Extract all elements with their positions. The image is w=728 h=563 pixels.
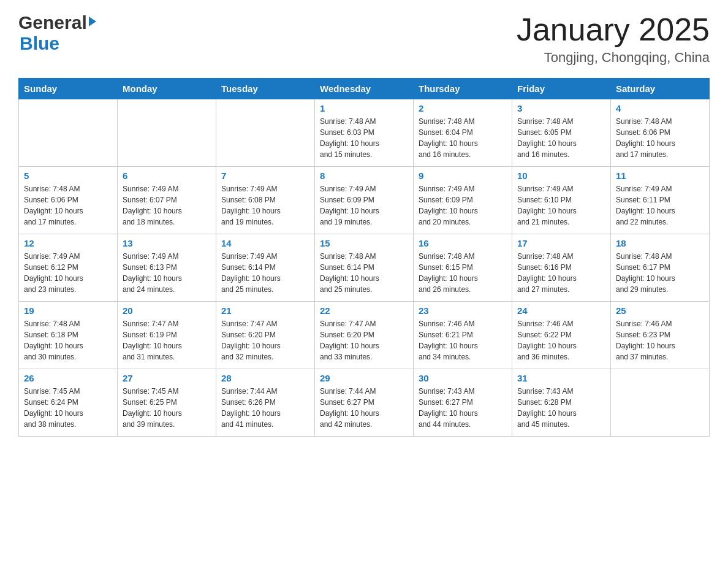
calendar-cell: 12Sunrise: 7:49 AM Sunset: 6:12 PM Dayli… [19, 234, 118, 302]
calendar-cell: 15Sunrise: 7:48 AM Sunset: 6:14 PM Dayli… [315, 234, 414, 302]
calendar-cell: 1Sunrise: 7:48 AM Sunset: 6:03 PM Daylig… [315, 99, 414, 167]
calendar-cell: 6Sunrise: 7:49 AM Sunset: 6:07 PM Daylig… [118, 167, 216, 234]
day-info: Sunrise: 7:48 AM Sunset: 6:06 PM Dayligh… [24, 183, 112, 228]
calendar-cell: 25Sunrise: 7:46 AM Sunset: 6:23 PM Dayli… [611, 302, 710, 369]
day-info: Sunrise: 7:48 AM Sunset: 6:03 PM Dayligh… [320, 116, 408, 160]
day-number: 3 [517, 103, 605, 113]
day-info: Sunrise: 7:47 AM Sunset: 6:20 PM Dayligh… [320, 318, 408, 362]
day-info: Sunrise: 7:49 AM Sunset: 6:09 PM Dayligh… [320, 183, 408, 228]
calendar-cell: 31Sunrise: 7:43 AM Sunset: 6:28 PM Dayli… [512, 369, 611, 437]
logo-blue-text: Blue [20, 33, 59, 53]
calendar-cell: 10Sunrise: 7:49 AM Sunset: 6:10 PM Dayli… [512, 167, 611, 234]
day-number: 26 [24, 373, 112, 383]
day-info: Sunrise: 7:47 AM Sunset: 6:19 PM Dayligh… [123, 318, 211, 362]
calendar-cell: 7Sunrise: 7:49 AM Sunset: 6:08 PM Daylig… [216, 167, 315, 234]
calendar-week-row: 19Sunrise: 7:48 AM Sunset: 6:18 PM Dayli… [19, 302, 710, 369]
calendar-cell: 3Sunrise: 7:48 AM Sunset: 6:05 PM Daylig… [512, 99, 611, 167]
day-info: Sunrise: 7:45 AM Sunset: 6:24 PM Dayligh… [24, 386, 112, 430]
day-info: Sunrise: 7:49 AM Sunset: 6:07 PM Dayligh… [123, 183, 211, 228]
page-header: General Blue January 2025 Tongjing, Chon… [18, 12, 710, 66]
day-info: Sunrise: 7:43 AM Sunset: 6:28 PM Dayligh… [517, 386, 605, 430]
calendar-cell [611, 369, 710, 437]
day-number: 29 [320, 373, 408, 383]
day-number: 1 [320, 103, 408, 113]
day-number: 21 [221, 305, 309, 316]
calendar-cell: 22Sunrise: 7:47 AM Sunset: 6:20 PM Dayli… [315, 302, 414, 369]
day-number: 16 [419, 238, 507, 248]
day-info: Sunrise: 7:48 AM Sunset: 6:04 PM Dayligh… [419, 116, 507, 160]
calendar-cell [19, 99, 118, 167]
day-number: 12 [24, 238, 112, 248]
location-text: Tongjing, Chongqing, China [517, 50, 710, 66]
calendar-cell: 24Sunrise: 7:46 AM Sunset: 6:22 PM Dayli… [512, 302, 611, 369]
day-info: Sunrise: 7:49 AM Sunset: 6:14 PM Dayligh… [221, 251, 309, 295]
day-number: 31 [517, 373, 605, 383]
day-info: Sunrise: 7:46 AM Sunset: 6:21 PM Dayligh… [419, 318, 507, 362]
day-info: Sunrise: 7:48 AM Sunset: 6:18 PM Dayligh… [24, 318, 112, 362]
weekday-header-wednesday: Wednesday [315, 79, 414, 99]
day-number: 10 [517, 170, 605, 181]
day-number: 14 [221, 238, 309, 248]
day-number: 4 [616, 103, 704, 113]
day-number: 13 [123, 238, 211, 248]
calendar-cell: 2Sunrise: 7:48 AM Sunset: 6:04 PM Daylig… [414, 99, 512, 167]
weekday-row: SundayMondayTuesdayWednesdayThursdayFrid… [19, 79, 710, 99]
day-number: 25 [616, 305, 704, 316]
day-info: Sunrise: 7:43 AM Sunset: 6:27 PM Dayligh… [419, 386, 507, 430]
day-number: 17 [517, 238, 605, 248]
calendar-cell: 30Sunrise: 7:43 AM Sunset: 6:27 PM Dayli… [414, 369, 512, 437]
calendar-header: SundayMondayTuesdayWednesdayThursdayFrid… [19, 79, 710, 99]
day-info: Sunrise: 7:48 AM Sunset: 6:06 PM Dayligh… [616, 116, 704, 160]
day-number: 15 [320, 238, 408, 248]
weekday-header-monday: Monday [118, 79, 216, 99]
day-info: Sunrise: 7:47 AM Sunset: 6:20 PM Dayligh… [221, 318, 309, 362]
calendar-cell: 9Sunrise: 7:49 AM Sunset: 6:09 PM Daylig… [414, 167, 512, 234]
day-number: 18 [616, 238, 704, 248]
calendar-cell: 21Sunrise: 7:47 AM Sunset: 6:20 PM Dayli… [216, 302, 315, 369]
calendar-cell: 14Sunrise: 7:49 AM Sunset: 6:14 PM Dayli… [216, 234, 315, 302]
logo: General Blue [18, 12, 96, 54]
weekday-header-saturday: Saturday [611, 79, 710, 99]
day-info: Sunrise: 7:49 AM Sunset: 6:10 PM Dayligh… [517, 183, 605, 228]
day-number: 7 [221, 170, 309, 181]
day-number: 9 [419, 170, 507, 181]
day-info: Sunrise: 7:46 AM Sunset: 6:22 PM Dayligh… [517, 318, 605, 362]
calendar-cell: 18Sunrise: 7:48 AM Sunset: 6:17 PM Dayli… [611, 234, 710, 302]
day-info: Sunrise: 7:46 AM Sunset: 6:23 PM Dayligh… [616, 318, 704, 362]
day-number: 20 [123, 305, 211, 316]
calendar-cell: 27Sunrise: 7:45 AM Sunset: 6:25 PM Dayli… [118, 369, 216, 437]
day-info: Sunrise: 7:48 AM Sunset: 6:05 PM Dayligh… [517, 116, 605, 160]
day-info: Sunrise: 7:49 AM Sunset: 6:11 PM Dayligh… [616, 183, 704, 228]
calendar-cell: 17Sunrise: 7:48 AM Sunset: 6:16 PM Dayli… [512, 234, 611, 302]
weekday-header-thursday: Thursday [414, 79, 512, 99]
day-info: Sunrise: 7:49 AM Sunset: 6:08 PM Dayligh… [221, 183, 309, 228]
day-number: 24 [517, 305, 605, 316]
day-info: Sunrise: 7:44 AM Sunset: 6:26 PM Dayligh… [221, 386, 309, 430]
day-number: 22 [320, 305, 408, 316]
day-number: 11 [616, 170, 704, 181]
weekday-header-sunday: Sunday [19, 79, 118, 99]
title-block: January 2025 Tongjing, Chongqing, China [517, 12, 710, 66]
day-number: 6 [123, 170, 211, 181]
day-info: Sunrise: 7:48 AM Sunset: 6:16 PM Dayligh… [517, 251, 605, 295]
day-number: 28 [221, 373, 309, 383]
calendar-cell: 26Sunrise: 7:45 AM Sunset: 6:24 PM Dayli… [19, 369, 118, 437]
day-info: Sunrise: 7:45 AM Sunset: 6:25 PM Dayligh… [123, 386, 211, 430]
day-info: Sunrise: 7:48 AM Sunset: 6:14 PM Dayligh… [320, 251, 408, 295]
calendar-week-row: 1Sunrise: 7:48 AM Sunset: 6:03 PM Daylig… [19, 99, 710, 167]
calendar-cell: 28Sunrise: 7:44 AM Sunset: 6:26 PM Dayli… [216, 369, 315, 437]
day-info: Sunrise: 7:48 AM Sunset: 6:17 PM Dayligh… [616, 251, 704, 295]
calendar-cell: 4Sunrise: 7:48 AM Sunset: 6:06 PM Daylig… [611, 99, 710, 167]
calendar-cell: 11Sunrise: 7:49 AM Sunset: 6:11 PM Dayli… [611, 167, 710, 234]
calendar-cell: 16Sunrise: 7:48 AM Sunset: 6:15 PM Dayli… [414, 234, 512, 302]
calendar-cell: 8Sunrise: 7:49 AM Sunset: 6:09 PM Daylig… [315, 167, 414, 234]
calendar-cell: 5Sunrise: 7:48 AM Sunset: 6:06 PM Daylig… [19, 167, 118, 234]
day-info: Sunrise: 7:44 AM Sunset: 6:27 PM Dayligh… [320, 386, 408, 430]
calendar-cell [216, 99, 315, 167]
calendar-cell: 20Sunrise: 7:47 AM Sunset: 6:19 PM Dayli… [118, 302, 216, 369]
day-info: Sunrise: 7:49 AM Sunset: 6:12 PM Dayligh… [24, 251, 112, 295]
calendar-week-row: 26Sunrise: 7:45 AM Sunset: 6:24 PM Dayli… [19, 369, 710, 437]
day-number: 8 [320, 170, 408, 181]
day-number: 30 [419, 373, 507, 383]
calendar-week-row: 5Sunrise: 7:48 AM Sunset: 6:06 PM Daylig… [19, 167, 710, 234]
